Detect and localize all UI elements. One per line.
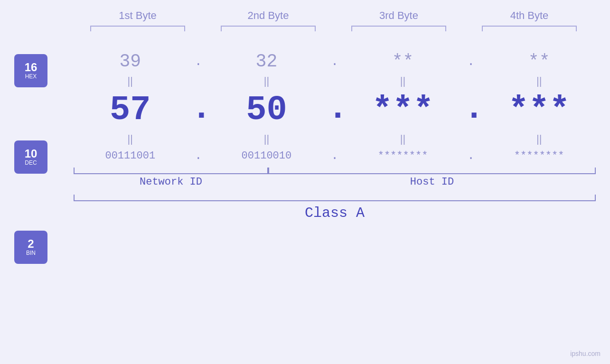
dec-badge: 10 DEC	[14, 140, 47, 174]
byte-label-3: 3rd Byte	[347, 9, 451, 22]
pipe-8: ||	[487, 133, 591, 145]
dec-badge-label: DEC	[25, 159, 37, 166]
bin-row: 00111001 . 00110010 . ******** . *******…	[74, 149, 596, 163]
host-id-label: Host ID	[268, 176, 596, 188]
bin-badge: 2 BIN	[14, 231, 47, 264]
bin-cell-2: 00110010	[214, 150, 319, 162]
dec-sep-2: .	[328, 92, 342, 130]
dec-val-4: ***	[508, 91, 570, 130]
bin-sep-3: .	[464, 149, 478, 163]
class-bracket	[74, 195, 596, 201]
dec-val-3: ***	[372, 91, 434, 130]
bin-cell-1: 00111001	[78, 150, 182, 162]
dec-sep-1: .	[191, 92, 206, 130]
bin-cell-3: ********	[351, 150, 455, 162]
space-hex-dec	[14, 87, 74, 140]
rows-wrapper: 16 HEX 10 DEC 2 BIN 39	[0, 41, 610, 264]
hex-val-2: 32	[256, 51, 278, 72]
bottom-brackets-row	[74, 168, 596, 174]
dec-val-2: 50	[246, 91, 287, 130]
hex-sep-3: .	[464, 55, 478, 69]
bracket-1	[90, 26, 185, 31]
hex-val-1: 39	[119, 51, 141, 72]
class-label: Class A	[305, 205, 365, 221]
host-bracket	[268, 168, 596, 174]
byte-label-2: 2nd Byte	[216, 9, 320, 22]
pipe-6: ||	[214, 133, 319, 145]
dec-badge-num: 10	[25, 148, 38, 159]
space-dec-bin	[14, 174, 74, 231]
bin-badge-label: BIN	[26, 250, 36, 256]
top-brackets	[73, 26, 595, 31]
hex-badge-label: HEX	[25, 73, 37, 80]
dec-sep-3: .	[464, 92, 478, 130]
bracket-3	[351, 26, 446, 31]
byte-label-1: 1st Byte	[85, 9, 190, 22]
bin-sep-2: .	[328, 149, 342, 163]
pipe-1: ||	[78, 75, 182, 87]
hex-sep-2: .	[328, 55, 342, 69]
hex-cell-3: **	[351, 51, 455, 72]
pipe-7: ||	[351, 133, 455, 145]
hex-badge: 16 HEX	[14, 54, 47, 87]
hex-sep-1: .	[191, 55, 206, 69]
bracket-2	[221, 26, 316, 31]
main-container: 1st Byte 2nd Byte 3rd Byte 4th Byte 16 H…	[0, 0, 610, 364]
bin-sep-1: .	[191, 149, 206, 163]
byte-labels-row: 1st Byte 2nd Byte 3rd Byte 4th Byte	[73, 9, 595, 22]
badges-column: 16 HEX 10 DEC 2 BIN	[0, 41, 74, 264]
dec-cell-4: ***	[487, 91, 591, 130]
hex-badge-top-space	[14, 41, 74, 54]
pipe-4: ||	[487, 75, 591, 87]
values-column: 39 . 32 . ** . ** || ||	[74, 41, 610, 264]
bracket-4	[482, 26, 577, 31]
dec-cell-3: ***	[351, 91, 455, 130]
dec-cell-2: 50	[214, 91, 319, 130]
bin-val-2: 00110010	[242, 150, 292, 162]
byte-label-4: 4th Byte	[477, 9, 582, 22]
hex-badge-num: 16	[25, 62, 38, 73]
class-label-row: Class A	[74, 205, 596, 221]
hex-row: 39 . 32 . ** . **	[74, 51, 596, 72]
dec-val-1: 57	[110, 91, 150, 130]
hex-val-4: **	[528, 51, 550, 72]
pipe-3: ||	[351, 75, 455, 87]
pipe-row-1: || || || ||	[74, 72, 596, 91]
bin-val-3: ********	[378, 150, 428, 162]
hex-cell-1: 39	[78, 51, 182, 72]
hex-cell-2: 32	[214, 51, 319, 72]
dec-cell-1: 57	[78, 91, 182, 130]
pipe-5: ||	[78, 133, 182, 145]
hex-val-3: **	[392, 51, 414, 72]
bin-val-4: ********	[514, 150, 564, 162]
network-id-label: Network ID	[74, 176, 268, 188]
bin-val-1: 00111001	[105, 150, 155, 162]
pipe-row-2: || || || ||	[74, 130, 596, 149]
hex-cell-4: **	[487, 51, 591, 72]
network-bracket	[74, 168, 268, 174]
pipe-2: ||	[214, 75, 319, 87]
dec-row: 57 . 50 . *** . ***	[74, 91, 596, 130]
attribution: ipshu.com	[570, 350, 601, 357]
bin-badge-num: 2	[28, 238, 34, 250]
bin-cell-4: ********	[487, 150, 591, 162]
bottom-labels-row: Network ID Host ID	[74, 176, 596, 188]
